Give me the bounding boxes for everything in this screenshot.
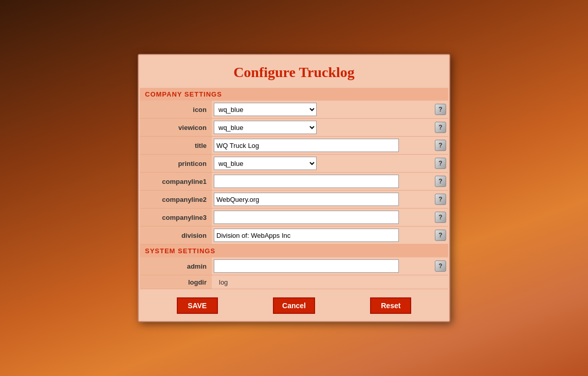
companyline2-help-button[interactable]: ?	[435, 194, 446, 205]
companyline2-help-cell: ?	[433, 191, 448, 209]
company-settings-header: COMPANY SETTINGS	[140, 88, 448, 101]
dialog-title: Configure Trucklog	[139, 55, 449, 88]
logdir-value-cell: log	[212, 275, 448, 289]
configure-dialog: Configure Trucklog COMPANY SETTINGS icon…	[138, 54, 450, 322]
company-settings-table: icon wq_blue wq_red wq_green ? viewicon	[140, 101, 448, 245]
admin-input-cell	[212, 257, 433, 275]
table-row: admin ?	[140, 257, 448, 275]
table-row: division ?	[140, 227, 448, 245]
companyline3-label: companyline3	[140, 209, 212, 227]
viewicon-help-cell: ?	[433, 119, 448, 137]
printicon-select[interactable]: wq_blue wq_red wq_green	[214, 157, 317, 170]
division-help-button[interactable]: ?	[435, 230, 446, 241]
viewicon-help-button[interactable]: ?	[435, 122, 446, 133]
companyline3-help-cell: ?	[433, 209, 448, 227]
companyline1-help-cell: ?	[433, 173, 448, 191]
companyline1-input[interactable]	[214, 175, 399, 188]
division-label: division	[140, 227, 212, 245]
table-row: logdir log	[140, 275, 448, 289]
system-settings-header: SYSTEM SETTINGS	[140, 245, 448, 257]
table-row: companyline1 ?	[140, 173, 448, 191]
printicon-label: printicon	[140, 155, 212, 173]
viewicon-input-cell: wq_blue wq_red wq_green	[212, 119, 433, 137]
table-row: icon wq_blue wq_red wq_green ?	[140, 101, 448, 119]
division-input[interactable]	[214, 229, 399, 242]
logdir-label: logdir	[140, 275, 212, 289]
table-row: companyline3 ?	[140, 209, 448, 227]
cancel-button[interactable]: Cancel	[273, 297, 315, 314]
admin-label: admin	[140, 257, 212, 275]
title-help-button[interactable]: ?	[435, 140, 446, 151]
dialog-body: COMPANY SETTINGS icon wq_blue wq_red wq_…	[140, 88, 448, 289]
companyline1-input-cell	[212, 173, 433, 191]
division-help-cell: ?	[433, 227, 448, 245]
admin-input[interactable]	[214, 259, 399, 273]
system-settings-table: admin ? logdir log	[140, 257, 448, 289]
title-input-cell	[212, 137, 433, 155]
icon-input-cell: wq_blue wq_red wq_green	[212, 101, 433, 119]
companyline3-input[interactable]	[214, 211, 399, 224]
companyline2-input-cell	[212, 191, 433, 209]
reset-button[interactable]: Reset	[370, 297, 411, 314]
save-button[interactable]: SAVE	[177, 297, 218, 314]
icon-label: icon	[140, 101, 212, 119]
companyline1-help-button[interactable]: ?	[435, 176, 446, 187]
printicon-help-cell: ?	[433, 155, 448, 173]
printicon-help-button[interactable]: ?	[435, 158, 446, 169]
dialog-footer: SAVE Cancel Reset	[139, 290, 449, 321]
icon-help-cell: ?	[433, 101, 448, 119]
title-input[interactable]	[214, 139, 399, 152]
icon-help-button[interactable]: ?	[435, 104, 446, 115]
logdir-value: log	[214, 276, 233, 289]
viewicon-select[interactable]: wq_blue wq_red wq_green	[214, 121, 317, 134]
table-row: viewicon wq_blue wq_red wq_green ?	[140, 119, 448, 137]
companyline1-label: companyline1	[140, 173, 212, 191]
companyline3-help-button[interactable]: ?	[435, 212, 446, 223]
printicon-input-cell: wq_blue wq_red wq_green	[212, 155, 433, 173]
title-help-cell: ?	[433, 137, 448, 155]
title-label: title	[140, 137, 212, 155]
table-row: companyline2 ?	[140, 191, 448, 209]
companyline2-label: companyline2	[140, 191, 212, 209]
division-input-cell	[212, 227, 433, 245]
admin-help-cell: ?	[433, 257, 448, 275]
viewicon-label: viewicon	[140, 119, 212, 137]
companyline2-input[interactable]	[214, 193, 399, 206]
table-row: printicon wq_blue wq_red wq_green ?	[140, 155, 448, 173]
companyline3-input-cell	[212, 209, 433, 227]
admin-help-button[interactable]: ?	[435, 260, 446, 272]
icon-select[interactable]: wq_blue wq_red wq_green	[214, 103, 317, 116]
table-row: title ?	[140, 137, 448, 155]
